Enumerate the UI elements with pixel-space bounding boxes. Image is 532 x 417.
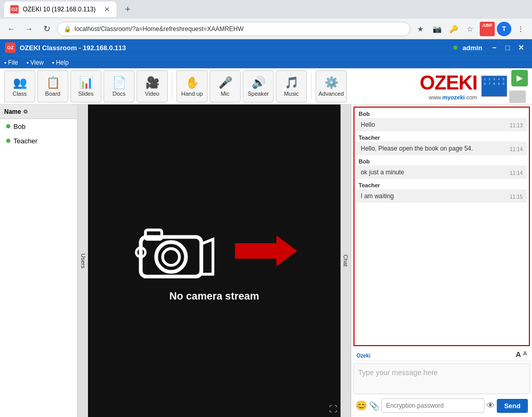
menu-view[interactable]: View <box>26 59 43 66</box>
red-arrow-svg <box>235 235 297 266</box>
msg-time-2: 11:14 <box>510 170 523 176</box>
menu-file[interactable]: File <box>4 59 18 66</box>
advanced-label: Advanced <box>319 91 344 97</box>
teacher-name: Teacher <box>13 137 37 145</box>
star-icon[interactable]: ☆ <box>463 22 478 36</box>
advanced-icon: ⚙️ <box>324 76 338 90</box>
msg-text-2: ok just a minute <box>361 169 404 176</box>
encryption-password-input[interactable] <box>381 398 484 413</box>
msg-sender-3: Teacher <box>357 181 527 189</box>
msg-bubble-3: I am waiting 11:15 <box>357 189 527 203</box>
speaker-label: Speaker <box>248 91 269 97</box>
board-label: Board <box>45 91 60 97</box>
chat-message-1: Teacher Hello, Please open the book on p… <box>357 133 527 155</box>
docs-icon: 📄 <box>112 76 126 90</box>
slides-icon: 📊 <box>79 76 93 90</box>
emoji-button[interactable]: 😊 <box>356 400 367 411</box>
handup-button[interactable]: ✋ Hand up <box>176 70 208 102</box>
music-label: Music <box>284 91 299 97</box>
svg-point-2 <box>162 248 179 265</box>
no-camera-text: No camera stream <box>169 290 259 302</box>
mic-label: Mic <box>220 91 229 97</box>
nav-icons-right: ★ 📷 🔑 ☆ ABP T ⋮ <box>413 22 528 36</box>
menu-button[interactable]: ⋮ <box>513 22 528 36</box>
user-avatar[interactable]: T <box>497 22 511 36</box>
svg-marker-6 <box>235 235 297 266</box>
music-button[interactable]: 🎵 Music <box>276 70 307 102</box>
docs-button[interactable]: 📄 Docs <box>104 70 135 102</box>
send-button[interactable]: Send <box>497 399 528 413</box>
video-button[interactable]: 🎥 Video <box>137 70 168 102</box>
msg-time-1: 11:14 <box>510 146 523 152</box>
ozeki-sender-label: Ozeki <box>354 353 373 359</box>
toolbar-separator-2 <box>311 73 312 99</box>
key-icon[interactable]: 🔑 <box>447 22 461 36</box>
class-button[interactable]: 👥 Class <box>4 70 35 102</box>
main-content: Name ⊙ Bob Teacher Users <box>0 105 532 417</box>
brand-text: OZEKI <box>420 72 477 94</box>
msg-text-3: I am waiting <box>361 192 394 200</box>
speaker-button[interactable]: 🔊 Speaker <box>243 70 274 102</box>
sidebar-item-bob[interactable]: Bob <box>0 119 77 133</box>
play-button[interactable]: ▶ <box>511 70 528 86</box>
browser-nav-bar: ← → ↻ 🔒 localhost/Classroom/?a=Home&refr… <box>0 19 532 39</box>
bookmark-icon[interactable]: ★ <box>413 22 428 36</box>
logo-area: OZEKI www.myozeki.com 1 2 3 4 5 6 7 8 9 … <box>420 70 528 103</box>
video-icon: 🎥 <box>145 76 159 90</box>
maximize-button[interactable]: □ <box>502 43 513 52</box>
menu-bar: File View Help <box>0 56 532 68</box>
forward-button[interactable]: → <box>22 22 36 36</box>
msg-time-0: 11:13 <box>510 123 523 128</box>
stop-button[interactable] <box>509 91 526 103</box>
address-bar[interactable]: 🔒 localhost/Classroom/?a=Home&refreshreq… <box>57 22 410 36</box>
online-indicator <box>453 46 457 50</box>
board-button[interactable]: 📋 Board <box>37 70 68 102</box>
chat-bottom-bar: 😊 📎 👁 Send <box>353 396 530 415</box>
sidebar: Name ⊙ Bob Teacher <box>0 105 78 417</box>
slides-button[interactable]: 📊 Slides <box>70 70 101 102</box>
active-tab[interactable]: OZ OZEKI 10 (192.168.0.113) ✕ <box>4 2 116 17</box>
teacher-online-dot <box>6 139 10 143</box>
msg-sender-0: Bob <box>357 110 527 118</box>
speaker-icon: 🔊 <box>252 76 265 90</box>
handup-label: Hand up <box>181 91 203 97</box>
close-button[interactable]: ✕ <box>515 43 527 52</box>
chat-message-0: Bob Hello 11:13 <box>357 110 527 131</box>
window-controls: − □ ✕ <box>489 43 527 52</box>
url-text: localhost/Classroom/?a=Home&refreshreque… <box>75 25 244 33</box>
sidebar-item-teacher[interactable]: Teacher <box>0 133 77 148</box>
tab-title: OZEKI 10 (192.168.0.113) <box>23 6 96 13</box>
handup-icon: ✋ <box>185 76 199 90</box>
message-input-wrapper[interactable]: Type your message here <box>353 363 530 394</box>
msg-text-1: Hello, Please open the book on page 54. <box>361 145 473 152</box>
font-small-button[interactable]: A <box>523 350 527 359</box>
abp-badge: ABP <box>480 22 495 36</box>
back-button[interactable]: ← <box>4 22 19 36</box>
fullscreen-button[interactable]: ⛶ <box>329 405 337 414</box>
lock-icon: 🔒 <box>64 25 71 33</box>
attach-button[interactable]: 📎 <box>369 401 379 411</box>
menu-help[interactable]: Help <box>52 59 68 66</box>
font-large-button[interactable]: A <box>516 350 521 359</box>
chat-input-area: Type your message here 😊 📎 👁 Send <box>351 361 532 417</box>
new-tab-button[interactable]: + <box>121 2 135 17</box>
camera-icon[interactable]: 📷 <box>430 22 445 36</box>
video-area: No camera stream ⛶ <box>88 105 341 417</box>
minimize-button[interactable]: − <box>489 43 500 52</box>
ozeki-logo: OZEKI www.myozeki.com <box>420 72 477 100</box>
mic-button[interactable]: 🎤 Mic <box>210 70 241 102</box>
msg-bubble-1: Hello, Please open the book on page 54. … <box>357 142 527 155</box>
tab-close-button[interactable]: ✕ <box>104 5 110 13</box>
mic-icon: 🎤 <box>218 76 232 90</box>
show-password-button[interactable]: 👁 <box>486 401 495 410</box>
refresh-button[interactable]: ↻ <box>39 22 54 36</box>
users-tab[interactable]: Users <box>78 105 88 417</box>
chat-tab[interactable]: Chat <box>341 105 351 417</box>
msg-bubble-0: Hello 11:13 <box>357 118 527 131</box>
advanced-button[interactable]: ⚙️ Advanced <box>316 70 347 102</box>
chat-panel: Bob Hello 11:13 Teacher Hello, Please op… <box>351 105 532 417</box>
admin-label: admin <box>463 44 482 52</box>
music-icon: 🎵 <box>285 76 299 90</box>
camera-svg <box>131 220 225 282</box>
chat-message-2: Bob ok just a minute 11:14 <box>357 157 527 179</box>
